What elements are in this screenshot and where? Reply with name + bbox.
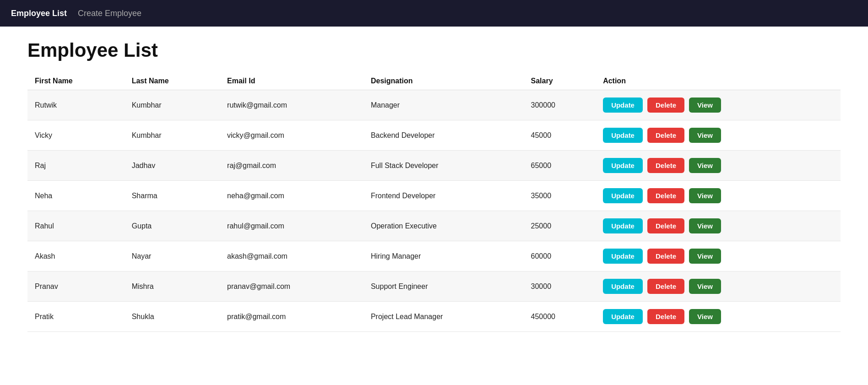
- table-header: First NameLast NameEmail IdDesignationSa…: [27, 72, 841, 90]
- cell-designation: Full Stack Developer: [363, 151, 524, 181]
- cell-designation: Hiring Manager: [363, 241, 524, 271]
- view-button[interactable]: View: [689, 128, 721, 143]
- table-header-row: First NameLast NameEmail IdDesignationSa…: [27, 72, 841, 90]
- cell-designation: Operation Executive: [363, 211, 524, 241]
- cell-email: rutwik@gmail.com: [220, 90, 363, 120]
- table-row: PranavMishrapranav@gmail.comSupport Engi…: [27, 271, 841, 302]
- table-row: RajJadhavraj@gmail.comFull Stack Develop…: [27, 151, 841, 181]
- cell-first-name: Vicky: [27, 120, 125, 151]
- update-button[interactable]: Update: [603, 279, 643, 294]
- cell-first-name: Rahul: [27, 211, 125, 241]
- delete-button[interactable]: Delete: [647, 98, 684, 113]
- cell-action: UpdateDeleteView: [596, 151, 841, 181]
- cell-designation: Project Lead Manager: [363, 302, 524, 332]
- employee-table: First NameLast NameEmail IdDesignationSa…: [27, 72, 841, 332]
- delete-button[interactable]: Delete: [647, 249, 684, 264]
- col-header-last-name: Last Name: [125, 72, 220, 90]
- cell-salary: 65000: [524, 151, 596, 181]
- cell-designation: Frontend Developer: [363, 181, 524, 211]
- cell-salary: 35000: [524, 181, 596, 211]
- cell-email: neha@gmail.com: [220, 181, 363, 211]
- cell-salary: 45000: [524, 120, 596, 151]
- cell-first-name: Rutwik: [27, 90, 125, 120]
- cell-salary: 450000: [524, 302, 596, 332]
- action-group: UpdateDeleteView: [603, 158, 833, 173]
- cell-last-name: Mishra: [125, 271, 220, 302]
- cell-action: UpdateDeleteView: [596, 181, 841, 211]
- cell-last-name: Kumbhar: [125, 120, 220, 151]
- col-header-email-id: Email Id: [220, 72, 363, 90]
- view-button[interactable]: View: [689, 218, 721, 233]
- table-row: PratikShuklapratik@gmail.comProject Lead…: [27, 302, 841, 332]
- cell-email: vicky@gmail.com: [220, 120, 363, 151]
- view-button[interactable]: View: [689, 98, 721, 113]
- col-header-salary: Salary: [524, 72, 596, 90]
- page-title: Employee List: [27, 39, 841, 61]
- cell-email: akash@gmail.com: [220, 241, 363, 271]
- table-row: RutwikKumbharrutwik@gmail.comManager3000…: [27, 90, 841, 120]
- cell-action: UpdateDeleteView: [596, 90, 841, 120]
- table-body: RutwikKumbharrutwik@gmail.comManager3000…: [27, 90, 841, 332]
- cell-last-name: Shukla: [125, 302, 220, 332]
- table-row: RahulGuptarahul@gmail.comOperation Execu…: [27, 211, 841, 241]
- cell-first-name: Pranav: [27, 271, 125, 302]
- delete-button[interactable]: Delete: [647, 158, 684, 173]
- update-button[interactable]: Update: [603, 249, 643, 264]
- cell-salary: 60000: [524, 241, 596, 271]
- view-button[interactable]: View: [689, 249, 721, 264]
- view-button[interactable]: View: [689, 188, 721, 203]
- table-row: NehaSharmaneha@gmail.comFrontend Develop…: [27, 181, 841, 211]
- delete-button[interactable]: Delete: [647, 188, 684, 203]
- cell-email: pratik@gmail.com: [220, 302, 363, 332]
- update-button[interactable]: Update: [603, 98, 643, 113]
- action-group: UpdateDeleteView: [603, 309, 833, 324]
- cell-last-name: Kumbhar: [125, 90, 220, 120]
- cell-email: raj@gmail.com: [220, 151, 363, 181]
- cell-action: UpdateDeleteView: [596, 211, 841, 241]
- navbar-brand[interactable]: Employee List: [11, 9, 67, 18]
- cell-first-name: Pratik: [27, 302, 125, 332]
- cell-last-name: Jadhav: [125, 151, 220, 181]
- update-button[interactable]: Update: [603, 309, 643, 324]
- cell-action: UpdateDeleteView: [596, 271, 841, 302]
- table-row: VickyKumbharvicky@gmail.comBackend Devel…: [27, 120, 841, 151]
- delete-button[interactable]: Delete: [647, 218, 684, 233]
- cell-email: rahul@gmail.com: [220, 211, 363, 241]
- cell-last-name: Sharma: [125, 181, 220, 211]
- cell-last-name: Gupta: [125, 211, 220, 241]
- update-button[interactable]: Update: [603, 188, 643, 203]
- action-group: UpdateDeleteView: [603, 188, 833, 203]
- update-button[interactable]: Update: [603, 128, 643, 143]
- update-button[interactable]: Update: [603, 218, 643, 233]
- cell-action: UpdateDeleteView: [596, 120, 841, 151]
- delete-button[interactable]: Delete: [647, 128, 684, 143]
- action-group: UpdateDeleteView: [603, 218, 833, 233]
- action-group: UpdateDeleteView: [603, 279, 833, 294]
- cell-designation: Backend Developer: [363, 120, 524, 151]
- table-row: AkashNayarakash@gmail.comHiring Manager6…: [27, 241, 841, 271]
- main-content: Employee List First NameLast NameEmail I…: [0, 27, 868, 345]
- cell-first-name: Akash: [27, 241, 125, 271]
- cell-salary: 300000: [524, 90, 596, 120]
- cell-designation: Support Engineer: [363, 271, 524, 302]
- navbar-create-link[interactable]: Create Employee: [78, 9, 141, 18]
- view-button[interactable]: View: [689, 309, 721, 324]
- cell-action: UpdateDeleteView: [596, 302, 841, 332]
- cell-salary: 25000: [524, 211, 596, 241]
- cell-first-name: Raj: [27, 151, 125, 181]
- view-button[interactable]: View: [689, 158, 721, 173]
- cell-designation: Manager: [363, 90, 524, 120]
- cell-last-name: Nayar: [125, 241, 220, 271]
- delete-button[interactable]: Delete: [647, 309, 684, 324]
- update-button[interactable]: Update: [603, 158, 643, 173]
- view-button[interactable]: View: [689, 279, 721, 294]
- navbar: Employee List Create Employee: [0, 0, 868, 27]
- action-group: UpdateDeleteView: [603, 249, 833, 264]
- delete-button[interactable]: Delete: [647, 279, 684, 294]
- cell-first-name: Neha: [27, 181, 125, 211]
- col-header-designation: Designation: [363, 72, 524, 90]
- col-header-action: Action: [596, 72, 841, 90]
- action-group: UpdateDeleteView: [603, 128, 833, 143]
- cell-salary: 30000: [524, 271, 596, 302]
- cell-action: UpdateDeleteView: [596, 241, 841, 271]
